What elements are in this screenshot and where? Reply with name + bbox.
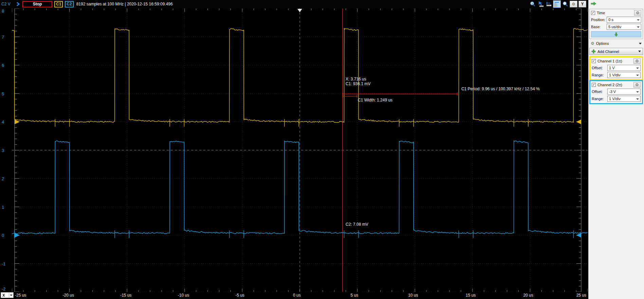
time-panel-title: Time bbox=[597, 11, 605, 15]
scope-canvas bbox=[12, 8, 588, 292]
y-axis-options-button[interactable]: Y bbox=[578, 1, 586, 7]
x-axis-label: 0 us bbox=[293, 293, 301, 298]
c1-offset-marker-right[interactable] bbox=[576, 119, 581, 124]
scope-plot-area[interactable]: 876543210-1-2 X: 3.716 us C1: 936.1 mV C… bbox=[0, 8, 588, 299]
channel2-range-select[interactable]: 1 V/div bbox=[607, 96, 641, 102]
x-axis-label: 15 us bbox=[466, 293, 476, 298]
channel1-range-value: 1 V/div bbox=[609, 73, 621, 77]
time-checkbox[interactable]: ✓ bbox=[591, 11, 595, 15]
offset-label: Offset: bbox=[592, 66, 607, 70]
measurement-lines bbox=[343, 93, 457, 98]
waveforms-scope-window: C2 V Stop C1 C2 8192 samples at 100 MHz … bbox=[0, 0, 644, 299]
x-cursor-readout: X: 3.716 us C1: 936.1 mV bbox=[346, 77, 370, 86]
time-base-select[interactable]: 5 us/div bbox=[607, 24, 641, 30]
x-axis-label: -20 us bbox=[63, 293, 74, 298]
channel2-offset-select[interactable]: -3 V bbox=[607, 89, 641, 95]
position-label: Position: bbox=[591, 18, 607, 22]
c1-width-annotation: C1 Width: 1.249 us bbox=[358, 98, 392, 102]
base-label: Base: bbox=[591, 25, 607, 29]
chevron-down-icon bbox=[638, 51, 641, 52]
gear-icon: ⚙ bbox=[591, 41, 594, 46]
y-cursors-icon bbox=[554, 1, 560, 7]
gear-icon: ⚙ bbox=[635, 82, 639, 87]
gear-icon: ⚙ bbox=[572, 2, 575, 6]
green-arrow-right-icon bbox=[591, 1, 596, 6]
channel1-settings-button[interactable]: ⚙ bbox=[633, 58, 641, 64]
time-position-select[interactable]: 0 s bbox=[607, 17, 641, 23]
time-expand-button[interactable] bbox=[591, 31, 641, 37]
vertical-axis-channel-selector[interactable]: C2 V bbox=[1, 2, 14, 6]
y-cursors-button[interactable] bbox=[553, 1, 560, 7]
green-arrow-down-icon bbox=[614, 32, 618, 37]
y-axis-label: 2 bbox=[2, 176, 11, 181]
y-axis-label: -2 bbox=[2, 286, 11, 292]
channel1-checkbox[interactable]: ✓ bbox=[592, 59, 596, 63]
collapse-sidebar-button[interactable] bbox=[591, 1, 596, 6]
x-cursors-icon bbox=[546, 1, 552, 7]
chevron-down-icon bbox=[636, 75, 639, 76]
y-axis-label: 0 bbox=[2, 233, 11, 238]
time-position-value: 0 s bbox=[608, 18, 613, 22]
range-label: Range: bbox=[592, 73, 607, 77]
channel1-offset-select[interactable]: 1 V bbox=[607, 65, 641, 71]
chevron-down-icon bbox=[637, 19, 640, 21]
y-axis-label: -1 bbox=[2, 261, 11, 266]
y-axis-label: 3 bbox=[2, 148, 11, 153]
options-menu[interactable]: ⚙ Options bbox=[591, 41, 642, 46]
channel2-toggle-button[interactable]: C2 bbox=[65, 1, 73, 7]
chevron-down-icon bbox=[637, 26, 640, 28]
x-axis-label: 25 us bbox=[576, 293, 586, 298]
x-axis-label: -10 us bbox=[178, 293, 189, 298]
y-axis-label: 7 bbox=[2, 35, 11, 40]
y-axis-label: 4 bbox=[2, 119, 11, 125]
trigger-position-marker[interactable] bbox=[297, 9, 302, 12]
zoom-1x-button[interactable]: 1 bbox=[529, 1, 536, 7]
zoom-icon bbox=[562, 1, 568, 7]
chevron-down-icon bbox=[636, 91, 639, 93]
y-axis-label: 5 bbox=[2, 91, 11, 96]
channel2-checkbox[interactable]: ✓ bbox=[592, 83, 596, 87]
time-panel: ✓ Time ⚙ Position: 0 s Base: 5 us/div bbox=[589, 9, 643, 39]
plot-settings-button[interactable]: ⚙ bbox=[570, 1, 577, 7]
channel-markers bbox=[15, 9, 581, 238]
chevron-down-icon bbox=[636, 98, 639, 100]
channel1-panel: ✓ Channel 1 (1±) ⚙ Offset: 1 V Range: 1 … bbox=[589, 56, 643, 80]
x-cursor-time-label: X: 3.716 us bbox=[346, 77, 370, 81]
channel2-title: Channel 2 (2±) bbox=[597, 83, 622, 87]
toolbar-icon-group: 1 bbox=[529, 1, 587, 7]
chevron-down-icon bbox=[639, 43, 642, 44]
scope-toolbar: C2 V Stop C1 C2 8192 samples at 100 MHz … bbox=[0, 0, 588, 8]
cursor-measure-icon bbox=[538, 1, 544, 7]
add-channel-button[interactable]: Add Channel bbox=[589, 48, 643, 55]
run-button[interactable] bbox=[16, 2, 20, 6]
zoom-1x-icon: 1 bbox=[530, 1, 536, 7]
x-axis-selector-button[interactable]: X bbox=[1, 292, 14, 298]
zoom-button[interactable] bbox=[562, 1, 569, 7]
gear-icon: ⚙ bbox=[635, 59, 639, 63]
options-label: Options bbox=[596, 41, 609, 45]
time-settings-button[interactable]: ⚙ bbox=[634, 10, 641, 16]
acquisition-status-text: 8192 samples at 100 MHz | 2020-12-15 16:… bbox=[76, 2, 173, 6]
chevron-down-icon bbox=[10, 295, 13, 296]
channel2-panel: ✓ Channel 2 (2±) ⚙ Offset: -3 V Range: 1… bbox=[589, 80, 643, 104]
green-plus-icon bbox=[591, 49, 596, 54]
gear-icon: ⚙ bbox=[636, 11, 640, 15]
chevron-down-icon bbox=[636, 68, 639, 69]
channel2-range-value: 1 V/div bbox=[609, 97, 621, 101]
channel1-range-select[interactable]: 1 V/div bbox=[607, 72, 641, 78]
play-icon bbox=[16, 2, 20, 6]
x-cursor-c2-label: C2: 7.08 mV bbox=[346, 222, 368, 227]
x-cursors-button[interactable] bbox=[545, 1, 552, 7]
channel1-offset-value: 1 V bbox=[609, 66, 615, 70]
settings-sidebar: ✓ Time ⚙ Position: 0 s Base: 5 us/div bbox=[588, 0, 644, 299]
x-axis-label: 5 us bbox=[351, 293, 358, 298]
x-cursor-c1-label: C1: 936.1 mV bbox=[346, 81, 370, 86]
divider bbox=[9, 293, 9, 298]
offset-label: Offset: bbox=[592, 90, 607, 94]
y-axis-label: 8 bbox=[2, 8, 11, 14]
channel2-settings-button[interactable]: ⚙ bbox=[633, 82, 641, 88]
x-axis-label: 10 us bbox=[408, 293, 418, 298]
cursor-measure-button[interactable] bbox=[537, 1, 544, 7]
channel1-toggle-button[interactable]: C1 bbox=[54, 1, 63, 7]
stop-button[interactable]: Stop bbox=[22, 1, 52, 7]
